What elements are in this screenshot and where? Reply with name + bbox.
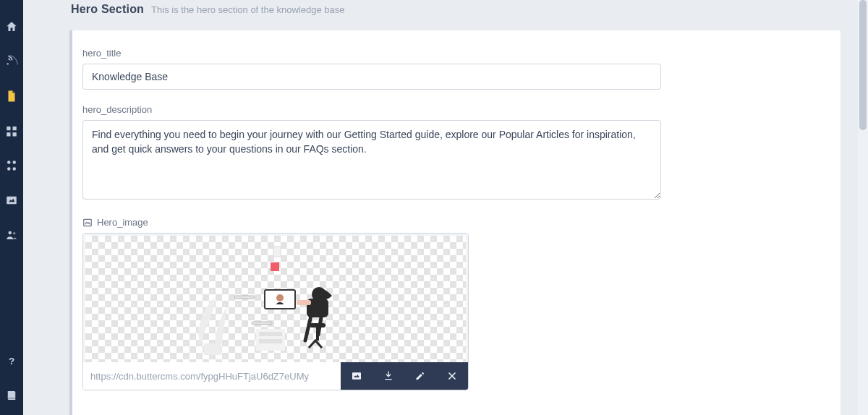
svg-point-5 <box>13 161 17 164</box>
section-header: Hero Section This is the hero section of… <box>23 0 868 30</box>
media-icon[interactable] <box>5 194 18 207</box>
svg-rect-14 <box>273 247 281 257</box>
page-icon[interactable] <box>5 90 18 103</box>
svg-rect-25 <box>310 323 326 328</box>
svg-rect-8 <box>7 197 17 205</box>
download-icon <box>383 370 394 382</box>
svg-point-21 <box>276 294 284 301</box>
users-icon[interactable] <box>5 228 18 241</box>
svg-point-9 <box>9 231 12 235</box>
hero-description-textarea[interactable] <box>82 120 661 200</box>
svg-rect-3 <box>13 132 17 136</box>
svg-rect-12 <box>8 398 16 399</box>
hero-title-label: hero_title <box>82 48 823 59</box>
form-panel: hero_title hero_description Hero_image <box>69 30 841 415</box>
svg-rect-15 <box>271 262 279 271</box>
image-icon <box>82 218 93 228</box>
svg-rect-29 <box>259 332 282 336</box>
hero-title-input[interactable] <box>82 64 661 90</box>
svg-rect-0 <box>7 127 10 130</box>
main-content: Hero Section This is the hero section of… <box>23 0 868 415</box>
svg-rect-27 <box>204 343 221 355</box>
svg-rect-24 <box>297 300 311 305</box>
scrollbar-thumb[interactable] <box>859 0 867 130</box>
hero-image-url[interactable] <box>83 362 341 390</box>
svg-rect-16 <box>234 296 255 299</box>
svg-text:?: ? <box>9 356 14 367</box>
scrollbar[interactable] <box>858 0 868 415</box>
media-library-icon <box>351 370 362 382</box>
hero-image-preview[interactable] <box>83 234 468 362</box>
svg-point-4 <box>7 161 11 164</box>
hero-image-block <box>82 233 469 390</box>
home-icon[interactable] <box>5 20 18 33</box>
svg-point-7 <box>13 167 17 171</box>
section-title: Hero Section <box>71 3 144 16</box>
hero-description-label: hero_description <box>82 104 823 115</box>
hero-image-label: Hero_image <box>82 217 823 228</box>
download-button[interactable] <box>373 362 404 390</box>
help-icon[interactable]: ? <box>5 354 18 367</box>
collections-icon[interactable] <box>5 124 18 137</box>
blog-icon[interactable] <box>5 55 18 68</box>
book-icon[interactable] <box>5 389 18 402</box>
close-icon <box>446 370 458 382</box>
remove-button[interactable] <box>436 362 468 390</box>
image-actions <box>341 362 468 390</box>
section-subtitle: This is the hero section of the knowledg… <box>151 4 344 15</box>
components-icon[interactable] <box>5 159 18 172</box>
svg-point-10 <box>13 232 15 234</box>
svg-rect-2 <box>7 132 10 136</box>
edit-button[interactable] <box>404 362 436 390</box>
hero-image-illustration <box>85 236 466 362</box>
svg-rect-30 <box>259 339 282 343</box>
sidebar: ? <box>0 0 23 415</box>
edit-icon <box>414 370 426 382</box>
media-library-button[interactable] <box>341 362 373 390</box>
svg-rect-18 <box>252 322 272 325</box>
svg-rect-1 <box>13 127 17 130</box>
svg-point-6 <box>7 167 11 171</box>
